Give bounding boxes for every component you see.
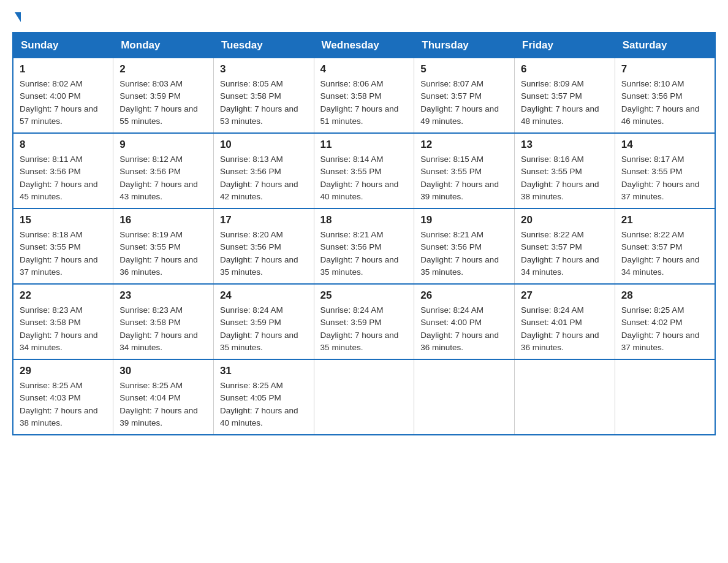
calendar-day-cell: 10 Sunrise: 8:13 AMSunset: 3:56 PMDaylig… [213, 133, 314, 209]
day-info: Sunrise: 8:23 AMSunset: 3:58 PMDaylight:… [119, 304, 207, 354]
calendar-day-cell: 19 Sunrise: 8:21 AMSunset: 3:56 PMDaylig… [414, 209, 515, 284]
day-number: 2 [119, 63, 207, 75]
calendar-day-cell: 4 Sunrise: 8:06 AMSunset: 3:58 PMDayligh… [314, 58, 414, 134]
calendar-day-cell: 29 Sunrise: 8:25 AMSunset: 4:03 PMDaylig… [13, 359, 113, 435]
calendar-day-cell: 22 Sunrise: 8:23 AMSunset: 3:58 PMDaylig… [13, 284, 113, 359]
calendar-day-cell: 7 Sunrise: 8:10 AMSunset: 3:56 PMDayligh… [615, 58, 715, 134]
day-info: Sunrise: 8:16 AMSunset: 3:55 PMDaylight:… [521, 153, 609, 203]
column-header-tuesday: Tuesday [213, 33, 314, 58]
day-info: Sunrise: 8:24 AMSunset: 3:59 PMDaylight:… [220, 304, 308, 354]
day-info: Sunrise: 8:24 AMSunset: 4:01 PMDaylight:… [521, 304, 609, 354]
day-info: Sunrise: 8:05 AMSunset: 3:58 PMDaylight:… [220, 78, 308, 128]
day-info: Sunrise: 8:25 AMSunset: 4:02 PMDaylight:… [621, 304, 708, 354]
calendar-day-cell: 5 Sunrise: 8:07 AMSunset: 3:57 PMDayligh… [414, 58, 515, 134]
column-header-wednesday: Wednesday [314, 33, 414, 58]
day-info: Sunrise: 8:09 AMSunset: 3:57 PMDaylight:… [521, 78, 609, 128]
day-number: 24 [220, 289, 308, 302]
day-number: 28 [621, 289, 708, 302]
calendar-day-cell: 18 Sunrise: 8:21 AMSunset: 3:56 PMDaylig… [314, 209, 414, 284]
day-number: 29 [20, 365, 107, 377]
calendar-day-cell [615, 359, 715, 435]
calendar-day-cell: 14 Sunrise: 8:17 AMSunset: 3:55 PMDaylig… [615, 133, 715, 209]
day-number: 9 [119, 139, 207, 151]
day-number: 4 [320, 63, 408, 75]
calendar-week-row: 22 Sunrise: 8:23 AMSunset: 3:58 PMDaylig… [13, 284, 715, 359]
day-info: Sunrise: 8:21 AMSunset: 3:56 PMDaylight:… [420, 229, 508, 278]
day-number: 31 [220, 365, 308, 377]
day-info: Sunrise: 8:18 AMSunset: 3:55 PMDaylight:… [20, 229, 107, 278]
calendar-day-cell: 12 Sunrise: 8:15 AMSunset: 3:55 PMDaylig… [414, 133, 515, 209]
calendar-day-cell: 30 Sunrise: 8:25 AMSunset: 4:04 PMDaylig… [113, 359, 214, 435]
day-number: 20 [521, 214, 609, 226]
day-number: 25 [320, 289, 408, 302]
day-number: 16 [119, 214, 207, 226]
calendar-day-cell [515, 359, 615, 435]
day-number: 26 [420, 289, 508, 302]
day-info: Sunrise: 8:25 AMSunset: 4:03 PMDaylight:… [20, 380, 107, 429]
day-info: Sunrise: 8:11 AMSunset: 3:56 PMDaylight:… [20, 153, 107, 203]
day-info: Sunrise: 8:19 AMSunset: 3:55 PMDaylight:… [119, 229, 207, 278]
day-info: Sunrise: 8:06 AMSunset: 3:58 PMDaylight:… [320, 78, 408, 128]
logo [12, 12, 21, 22]
day-number: 13 [521, 139, 609, 151]
calendar-day-cell: 1 Sunrise: 8:02 AMSunset: 4:00 PMDayligh… [13, 58, 113, 134]
calendar-day-cell: 31 Sunrise: 8:25 AMSunset: 4:05 PMDaylig… [213, 359, 314, 435]
calendar-day-cell: 15 Sunrise: 8:18 AMSunset: 3:55 PMDaylig… [13, 209, 113, 284]
calendar-day-cell: 3 Sunrise: 8:05 AMSunset: 3:58 PMDayligh… [213, 58, 314, 134]
day-number: 30 [119, 365, 207, 377]
calendar-week-row: 15 Sunrise: 8:18 AMSunset: 3:55 PMDaylig… [13, 209, 715, 284]
day-info: Sunrise: 8:24 AMSunset: 4:00 PMDaylight:… [420, 304, 508, 354]
calendar-day-cell: 8 Sunrise: 8:11 AMSunset: 3:56 PMDayligh… [13, 133, 113, 209]
calendar-day-cell: 2 Sunrise: 8:03 AMSunset: 3:59 PMDayligh… [113, 58, 214, 134]
page-header [12, 12, 716, 22]
day-info: Sunrise: 8:13 AMSunset: 3:56 PMDaylight:… [220, 153, 308, 203]
day-info: Sunrise: 8:25 AMSunset: 4:05 PMDaylight:… [220, 380, 308, 429]
day-info: Sunrise: 8:15 AMSunset: 3:55 PMDaylight:… [420, 153, 508, 203]
calendar-day-cell [314, 359, 414, 435]
column-header-friday: Friday [515, 33, 615, 58]
column-header-monday: Monday [113, 33, 214, 58]
day-number: 12 [420, 139, 508, 151]
day-number: 19 [420, 214, 508, 226]
day-info: Sunrise: 8:22 AMSunset: 3:57 PMDaylight:… [521, 229, 609, 278]
day-info: Sunrise: 8:20 AMSunset: 3:56 PMDaylight:… [220, 229, 308, 278]
column-header-sunday: Sunday [13, 33, 113, 58]
day-number: 27 [521, 289, 609, 302]
day-number: 22 [20, 289, 107, 302]
day-info: Sunrise: 8:14 AMSunset: 3:55 PMDaylight:… [320, 153, 408, 203]
calendar-day-cell: 17 Sunrise: 8:20 AMSunset: 3:56 PMDaylig… [213, 209, 314, 284]
calendar-week-row: 1 Sunrise: 8:02 AMSunset: 4:00 PMDayligh… [13, 58, 715, 134]
calendar-day-cell: 23 Sunrise: 8:23 AMSunset: 3:58 PMDaylig… [113, 284, 214, 359]
day-info: Sunrise: 8:17 AMSunset: 3:55 PMDaylight:… [621, 153, 708, 203]
day-info: Sunrise: 8:03 AMSunset: 3:59 PMDaylight:… [119, 78, 207, 128]
calendar-day-cell: 20 Sunrise: 8:22 AMSunset: 3:57 PMDaylig… [515, 209, 615, 284]
day-number: 23 [119, 289, 207, 302]
calendar-week-row: 29 Sunrise: 8:25 AMSunset: 4:03 PMDaylig… [13, 359, 715, 435]
calendar-day-cell: 16 Sunrise: 8:19 AMSunset: 3:55 PMDaylig… [113, 209, 214, 284]
day-number: 10 [220, 139, 308, 151]
calendar-day-cell: 28 Sunrise: 8:25 AMSunset: 4:02 PMDaylig… [615, 284, 715, 359]
day-info: Sunrise: 8:07 AMSunset: 3:57 PMDaylight:… [420, 78, 508, 128]
day-number: 18 [320, 214, 408, 226]
calendar-day-cell: 6 Sunrise: 8:09 AMSunset: 3:57 PMDayligh… [515, 58, 615, 134]
calendar-day-cell: 11 Sunrise: 8:14 AMSunset: 3:55 PMDaylig… [314, 133, 414, 209]
calendar-day-cell: 24 Sunrise: 8:24 AMSunset: 3:59 PMDaylig… [213, 284, 314, 359]
logo-triangle-icon [15, 12, 21, 22]
day-number: 8 [20, 139, 107, 151]
day-number: 21 [621, 214, 708, 226]
day-number: 7 [621, 63, 708, 75]
day-number: 6 [521, 63, 609, 75]
calendar-header-row: SundayMondayTuesdayWednesdayThursdayFrid… [13, 33, 715, 58]
calendar-table: SundayMondayTuesdayWednesdayThursdayFrid… [12, 32, 716, 435]
calendar-day-cell: 9 Sunrise: 8:12 AMSunset: 3:56 PMDayligh… [113, 133, 214, 209]
calendar-week-row: 8 Sunrise: 8:11 AMSunset: 3:56 PMDayligh… [13, 133, 715, 209]
day-number: 11 [320, 139, 408, 151]
column-header-saturday: Saturday [615, 33, 715, 58]
day-info: Sunrise: 8:25 AMSunset: 4:04 PMDaylight:… [119, 380, 207, 429]
day-number: 15 [20, 214, 107, 226]
day-info: Sunrise: 8:02 AMSunset: 4:00 PMDaylight:… [20, 78, 107, 128]
day-info: Sunrise: 8:22 AMSunset: 3:57 PMDaylight:… [621, 229, 708, 278]
day-number: 17 [220, 214, 308, 226]
calendar-day-cell [414, 359, 515, 435]
day-info: Sunrise: 8:12 AMSunset: 3:56 PMDaylight:… [119, 153, 207, 203]
